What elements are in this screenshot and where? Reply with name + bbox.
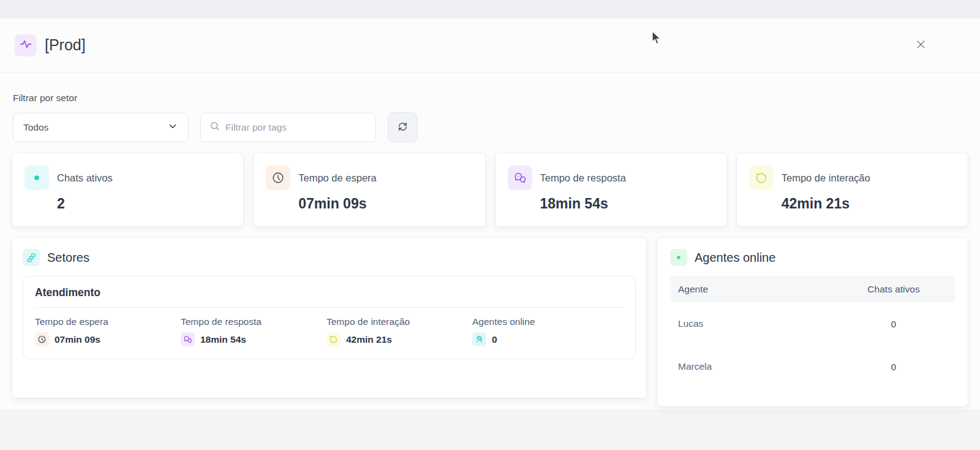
app-logo [15, 34, 37, 56]
filter-sector-label: Filtrar por setor [13, 93, 967, 104]
stat-value: 2 [57, 196, 231, 212]
page-title: [Prod] [45, 36, 86, 54]
table-row: Marcela 0 [670, 345, 955, 388]
refresh-icon [397, 121, 409, 134]
stat-label: Tempo de resposta [540, 172, 626, 184]
sector-select-value: Todos [23, 122, 167, 133]
stat-label: Tempo de interação [782, 172, 870, 184]
dashboard-modal: [Prod] Filtrar por setor Todos [0, 18, 980, 410]
stat-label: Tempo de espera [298, 172, 377, 184]
stat-value: 42min 21s [782, 196, 956, 212]
sector-stat-value: 07min 09s [55, 334, 100, 345]
filter-section: Filtrar por setor Todos [0, 93, 980, 142]
stat-cards-row: Chats ativos 2 Tempo de espera 07min 09s… [12, 153, 968, 226]
headset-agent-icon [472, 332, 486, 346]
refresh-button[interactable] [388, 112, 418, 142]
agent-chats-count: 0 [848, 319, 940, 329]
divider [35, 307, 624, 308]
modal-header: [Prod] [0, 18, 980, 72]
activity-pulse-icon [19, 37, 32, 53]
agentes-online-title: Agentes online [695, 251, 775, 265]
sector-stat-tempo-interacao: Tempo de interação 42min 21s [326, 316, 472, 346]
stat-card-tempo-espera: Tempo de espera 07min 09s [254, 153, 484, 226]
sector-stat-tempo-resposta: Tempo de resposta 18min 54s [181, 316, 326, 346]
setores-title: Setores [47, 251, 89, 265]
chevron-down-icon [167, 121, 178, 134]
stat-value: 07min 09s [298, 196, 472, 212]
chat-bubbles-icon [508, 166, 532, 190]
clock-icon [266, 166, 290, 190]
stat-card-chats-ativos: Chats ativos 2 [12, 153, 243, 226]
setores-panel: Setores Atendimento Tempo de espera 07mi… [12, 238, 646, 398]
tags-filter-field [200, 113, 376, 142]
sector-stat-label: Tempo de resposta [181, 316, 326, 327]
sector-stat-label: Agentes online [472, 316, 618, 327]
agent-chats-count: 0 [848, 362, 940, 372]
tags-filter-input[interactable] [225, 122, 367, 133]
dot-icon [24, 166, 49, 190]
stat-value: 18min 54s [540, 196, 714, 212]
speech-bubble-icon [326, 332, 341, 346]
stat-card-tempo-resposta: Tempo de resposta 18min 54s [496, 153, 726, 226]
sector-stat-value: 42min 21s [346, 334, 392, 345]
search-icon [209, 121, 220, 134]
stat-label: Chats ativos [57, 172, 113, 184]
sector-select[interactable]: Todos [13, 113, 189, 142]
sector-stat-value: 18min 54s [200, 334, 246, 345]
column-header-agente: Agente [670, 284, 848, 295]
stat-card-tempo-interacao: Tempo de interação 42min 21s [737, 153, 968, 226]
agents-table-header: Agente Chats ativos [670, 276, 955, 302]
sector-stat-agentes-online: Agentes online 0 [472, 316, 618, 346]
clock-icon [35, 332, 49, 346]
sector-stat-label: Tempo de interação [326, 316, 472, 327]
chat-bubbles-icon [181, 332, 195, 346]
sector-stat-label: Tempo de espera [35, 316, 181, 327]
close-icon [915, 39, 927, 52]
page-top-strip [0, 0, 980, 18]
agent-name: Marcela [670, 361, 848, 372]
filter-controls: Todos [13, 112, 967, 142]
sector-stat-value: 0 [492, 334, 497, 345]
agentes-online-panel: Agentes online Agente Chats ativos Lucas… [657, 238, 968, 406]
sector-name: Atendimento [35, 286, 624, 299]
close-button[interactable] [914, 39, 927, 52]
table-row: Lucas 0 [670, 302, 955, 345]
sector-stat-tempo-espera: Tempo de espera 07min 09s [35, 316, 181, 346]
dot-icon [670, 249, 687, 266]
column-header-chats-ativos: Chats ativos [848, 284, 940, 295]
speech-bubble-icon [749, 166, 774, 190]
agent-name: Lucas [670, 318, 848, 329]
sector-card-atendimento: Atendimento Tempo de espera 07min 09s [23, 276, 636, 359]
workflow-icon [23, 249, 40, 266]
panels-row: Setores Atendimento Tempo de espera 07mi… [12, 238, 968, 406]
